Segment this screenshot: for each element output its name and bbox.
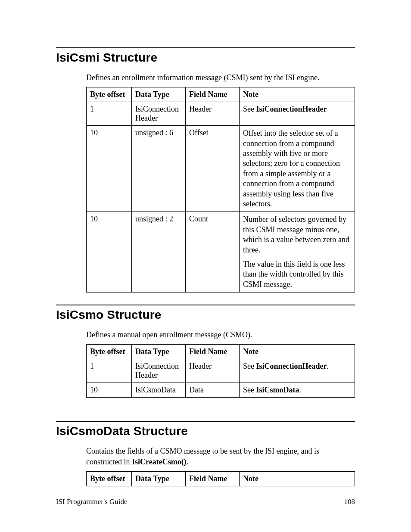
footer-left: ISI Programmer's Guide bbox=[56, 498, 127, 506]
col-header: Byte offset bbox=[87, 472, 132, 486]
cell-note: Offset into the selector set of a connec… bbox=[240, 126, 355, 212]
col-header: Field Name bbox=[186, 345, 240, 359]
cell-offset: 1 bbox=[87, 102, 132, 126]
table-row: 1 IsiConnection Header Header See IsiCon… bbox=[87, 102, 355, 126]
section-body: Defines an enrollment information messag… bbox=[86, 72, 355, 292]
col-header: Note bbox=[240, 472, 355, 486]
table-row: 10 unsigned : 2 Count Number of selector… bbox=[87, 212, 355, 292]
data-table: Byte offset Data Type Field Name Note 1 … bbox=[86, 344, 355, 398]
section-desc: Defines a manual open enrollment message… bbox=[86, 330, 355, 340]
col-header: Note bbox=[240, 87, 355, 102]
cell-type: IsiConnection Header bbox=[132, 102, 186, 126]
section-rule bbox=[56, 47, 355, 48]
cell-field: Offset bbox=[186, 126, 240, 212]
col-header: Field Name bbox=[186, 87, 240, 102]
cell-note: Number of selectors governed by this CSM… bbox=[240, 212, 355, 292]
cell-type: unsigned : 2 bbox=[132, 212, 186, 292]
page: IsiCsmi Structure Defines an enrollment … bbox=[0, 0, 411, 532]
section-body: Contains the fields of a CSMO message to… bbox=[86, 446, 355, 486]
col-header: Field Name bbox=[186, 472, 240, 486]
section-body: Defines a manual open enrollment message… bbox=[86, 330, 355, 398]
cell-note: See IsiConnectionHeader bbox=[240, 102, 355, 126]
cell-note: See IsiConnectionHeader. bbox=[240, 359, 355, 383]
table-row: 10 unsigned : 6 Offset Offset into the s… bbox=[87, 126, 355, 212]
table-header-row: Byte offset Data Type Field Name Note bbox=[87, 345, 355, 359]
table-row: 1 IsiConnection Header Header See IsiCon… bbox=[87, 359, 355, 383]
spacer bbox=[56, 410, 355, 421]
cell-type: IsiConnection Header bbox=[132, 359, 186, 383]
section-desc: Defines an enrollment information messag… bbox=[86, 72, 355, 83]
cell-field: Data bbox=[186, 383, 240, 398]
section-desc: Contains the fields of a CSMO message to… bbox=[86, 446, 355, 467]
table-row: 10 IsiCsmoData Data See IsiCsmoData. bbox=[87, 383, 355, 398]
col-header: Byte offset bbox=[87, 345, 132, 359]
cell-field: Header bbox=[186, 102, 240, 126]
section-title: IsiCsmi Structure bbox=[56, 51, 355, 65]
col-header: Data Type bbox=[132, 472, 186, 486]
cell-offset: 10 bbox=[87, 383, 132, 398]
col-header: Data Type bbox=[132, 345, 186, 359]
col-header: Byte offset bbox=[87, 87, 132, 102]
cell-offset: 10 bbox=[87, 212, 132, 292]
section-title: IsiCsmoData Structure bbox=[56, 424, 355, 438]
cell-note: See IsiCsmoData. bbox=[240, 383, 355, 398]
footer-right: 108 bbox=[344, 498, 355, 506]
cell-type: unsigned : 6 bbox=[132, 126, 186, 212]
table-header-row: Byte offset Data Type Field Name Note bbox=[87, 472, 355, 486]
cell-offset: 10 bbox=[87, 126, 132, 212]
col-header: Note bbox=[240, 345, 355, 359]
cell-field: Header bbox=[186, 359, 240, 383]
cell-field: Count bbox=[186, 212, 240, 292]
section-rule bbox=[56, 421, 355, 422]
col-header: Data Type bbox=[132, 87, 186, 102]
cell-offset: 1 bbox=[87, 359, 132, 383]
data-table: Byte offset Data Type Field Name Note bbox=[86, 471, 355, 486]
table-header-row: Byte offset Data Type Field Name Note bbox=[87, 87, 355, 102]
section-rule bbox=[56, 305, 355, 305]
section-title: IsiCsmo Structure bbox=[56, 308, 355, 322]
cell-type: IsiCsmoData bbox=[132, 383, 186, 398]
page-footer: ISI Programmer's Guide 108 bbox=[56, 498, 355, 506]
data-table: Byte offset Data Type Field Name Note 1 … bbox=[86, 87, 355, 292]
